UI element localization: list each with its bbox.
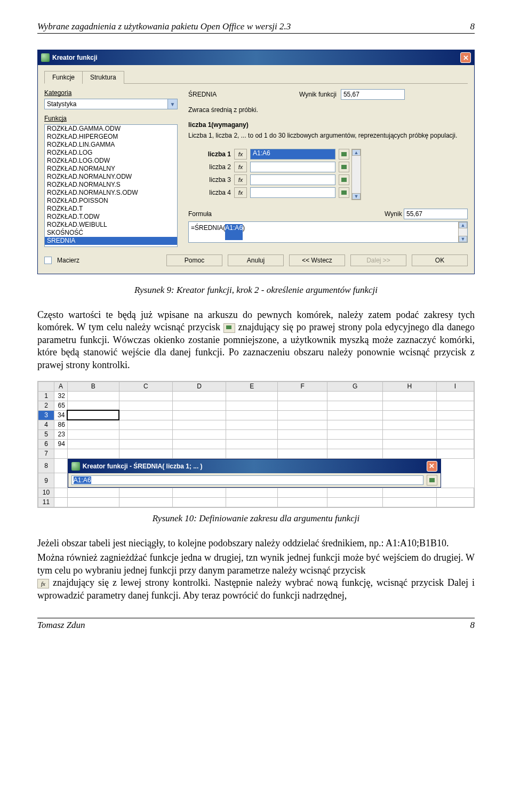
scroll-up-icon[interactable]: ▲ — [352, 149, 361, 156]
row-header[interactable]: 3 — [38, 410, 54, 420]
scroll-down-icon[interactable]: ▼ — [352, 193, 361, 200]
cell[interactable] — [226, 420, 278, 429]
cell[interactable] — [226, 449, 278, 458]
cell[interactable] — [436, 410, 474, 420]
function-list-item[interactable]: ROZKŁAD.LOG — [45, 149, 177, 157]
shrink-button[interactable] — [339, 162, 349, 172]
cell[interactable] — [226, 429, 278, 439]
column-header[interactable]: A — [54, 381, 68, 391]
cell[interactable] — [54, 449, 68, 458]
cell[interactable] — [226, 401, 278, 410]
param-input[interactable]: A1:A6 — [250, 149, 335, 160]
function-list-item[interactable]: ROZKŁAD.WEIBULL — [45, 221, 177, 229]
cell[interactable] — [119, 449, 172, 458]
pomoc-button[interactable]: Pomoc — [166, 254, 222, 266]
column-header[interactable]: E — [226, 381, 278, 391]
cell[interactable]: 34 — [54, 410, 68, 420]
cell[interactable] — [327, 449, 382, 458]
cell[interactable] — [436, 429, 474, 439]
cell[interactable] — [226, 410, 278, 420]
column-header[interactable]: F — [278, 381, 327, 391]
cell[interactable] — [67, 439, 119, 449]
row-header[interactable]: 9 — [38, 473, 54, 488]
cell[interactable] — [327, 497, 382, 507]
fx-button[interactable]: fx — [234, 162, 247, 172]
cell[interactable] — [119, 410, 172, 420]
row-header[interactable]: 6 — [38, 439, 54, 449]
cell[interactable] — [67, 391, 119, 401]
row-header[interactable]: 2 — [38, 401, 54, 410]
cell[interactable] — [278, 429, 327, 439]
cell[interactable] — [67, 401, 119, 410]
cell[interactable] — [67, 429, 119, 439]
function-list-item[interactable]: ROZKŁAD.POISSON — [45, 197, 177, 205]
close-icon[interactable]: ✕ — [427, 461, 437, 472]
cell[interactable] — [54, 497, 68, 507]
cell[interactable] — [383, 439, 436, 449]
expand-button[interactable] — [427, 475, 437, 485]
function-list-item[interactable]: ROZKŁAD.T.ODW — [45, 213, 177, 221]
function-list-item[interactable]: ROZKŁAD.LOG.ODW — [45, 157, 177, 165]
function-list-item[interactable]: ROZKŁAD.LIN.GAMMA — [45, 141, 177, 149]
fx-button[interactable]: fx — [234, 187, 247, 198]
kategoria-combo[interactable]: ▼ — [44, 99, 178, 109]
cell[interactable] — [383, 488, 436, 497]
column-header[interactable]: B — [67, 381, 119, 391]
cell[interactable] — [67, 449, 119, 458]
cell[interactable]: 23 — [54, 429, 68, 439]
shrink-button[interactable] — [339, 187, 349, 198]
column-header[interactable]: H — [383, 381, 436, 391]
cell[interactable] — [383, 420, 436, 429]
cell[interactable] — [67, 410, 119, 420]
cell[interactable] — [278, 439, 327, 449]
row-header[interactable]: 11 — [38, 497, 54, 507]
cell[interactable] — [327, 439, 382, 449]
cell[interactable] — [67, 420, 119, 429]
cell[interactable] — [383, 449, 436, 458]
cell[interactable] — [278, 497, 327, 507]
cell[interactable] — [436, 439, 474, 449]
cell[interactable] — [278, 391, 327, 401]
row-header[interactable]: 7 — [38, 449, 54, 458]
cell[interactable] — [383, 429, 436, 439]
kategoria-input[interactable] — [44, 99, 168, 109]
cell[interactable] — [436, 391, 474, 401]
cell[interactable] — [327, 429, 382, 439]
param-input[interactable] — [250, 162, 335, 172]
tab-struktura[interactable]: Struktura — [82, 71, 124, 84]
cell[interactable] — [172, 439, 226, 449]
cell[interactable] — [172, 497, 226, 507]
param-input[interactable] — [250, 174, 335, 185]
cell[interactable] — [54, 458, 68, 473]
cell[interactable] — [383, 410, 436, 420]
cell[interactable] — [327, 391, 382, 401]
row-header[interactable]: 5 — [38, 429, 54, 439]
cell[interactable]: Kreator funkcji - ŚREDNIA( liczba 1; ...… — [67, 458, 474, 488]
cell[interactable]: 86 — [54, 420, 68, 429]
function-list-item[interactable]: ROZKŁAD.NORMALNY.ODW — [45, 173, 177, 181]
mini-titlebar[interactable]: Kreator funkcji - ŚREDNIA( liczba 1; ...… — [68, 459, 441, 473]
shrink-button[interactable] — [339, 149, 349, 160]
cell[interactable] — [327, 401, 382, 410]
range-input[interactable]: A1:A6 — [71, 475, 423, 485]
cell[interactable] — [383, 391, 436, 401]
formula-input[interactable]: =ŚREDNIA(A1:A6) ▲ ▼ — [188, 221, 468, 243]
function-list-item[interactable]: ROZKŁAD.GAMMA.ODW — [45, 125, 177, 133]
function-listbox[interactable]: ROZKŁAD.GAMMA.ODWROZKŁAD.HIPERGEOMROZKŁA… — [44, 124, 178, 247]
cell[interactable] — [278, 420, 327, 429]
param-input[interactable] — [250, 187, 335, 198]
cell[interactable] — [172, 488, 226, 497]
anuluj-button[interactable]: Anuluj — [228, 254, 284, 266]
cell[interactable] — [172, 429, 226, 439]
param-scrollbar[interactable]: ▲ ▼ — [351, 149, 361, 200]
cell[interactable] — [226, 391, 278, 401]
cell[interactable] — [436, 449, 474, 458]
row-header[interactable]: 8 — [38, 458, 54, 473]
cell[interactable] — [119, 439, 172, 449]
cell[interactable] — [172, 410, 226, 420]
cell[interactable] — [436, 420, 474, 429]
dialog-titlebar[interactable]: Kreator funkcji ✕ — [38, 50, 474, 65]
function-list-item[interactable]: ROZKŁAD.T — [45, 205, 177, 213]
corner-cell[interactable] — [38, 381, 54, 391]
cell[interactable]: 32 — [54, 391, 68, 401]
